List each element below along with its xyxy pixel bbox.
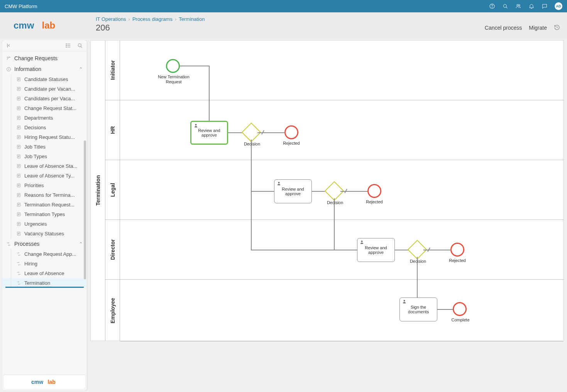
collapse-sidebar-icon[interactable] <box>6 42 12 49</box>
nav-information[interactable]: Information ⌃ <box>2 64 87 74</box>
nav-item-label: Departments <box>24 115 53 121</box>
nav-item-label: Decisions <box>24 125 46 130</box>
nav-change-requests[interactable]: Change Requests <box>2 53 87 64</box>
svg-point-11 <box>7 57 8 58</box>
lane-label-hr: HR <box>110 126 116 134</box>
rejected-label: Rejected <box>282 141 301 146</box>
nav-item[interactable]: Termination Types <box>2 210 87 219</box>
task-director-review[interactable]: Review and approve <box>357 238 395 262</box>
diagram-canvas[interactable]: Termination Initiator HR Legal Director … <box>90 40 564 341</box>
nav-item[interactable]: Change Request App... <box>2 249 87 259</box>
nav-label: Processes <box>14 241 76 247</box>
nav-item[interactable]: Decisions <box>2 123 87 132</box>
breadcrumb-0[interactable]: IT Operations <box>96 16 126 22</box>
decision-label: Decision <box>240 142 264 147</box>
svg-text:lab: lab <box>42 20 56 30</box>
nav-item[interactable]: Urgencies <box>2 219 87 229</box>
nav-item[interactable]: Reasons for Termina... <box>2 190 87 200</box>
end-rejected-legal[interactable] <box>367 184 381 198</box>
help-icon[interactable] <box>489 3 495 9</box>
nav-item[interactable]: Departments <box>2 113 87 123</box>
svg-point-35 <box>361 241 362 242</box>
nav-processes[interactable]: Processes ⌃ <box>2 238 87 249</box>
lane-label-director: Director <box>110 239 116 260</box>
nav-item-label: Reasons for Termina... <box>24 192 75 198</box>
breadcrumb-2[interactable]: Termination <box>179 16 205 22</box>
svg-point-7 <box>66 44 66 44</box>
logo: cmw lab <box>0 12 89 39</box>
nav-item[interactable]: Change Request Stat... <box>2 103 87 113</box>
rejected-label: Rejected <box>448 258 467 263</box>
nav-item[interactable]: Candidate Statuses <box>2 74 87 84</box>
nav-item[interactable]: Priorities <box>2 181 87 190</box>
history-icon[interactable] <box>554 24 560 32</box>
svg-text:lab: lab <box>47 379 55 385</box>
nav-item-label: Termination Request... <box>24 202 74 208</box>
svg-point-34 <box>278 182 279 183</box>
nav-item[interactable]: Candidates per Vaca... <box>2 94 87 103</box>
decision-label: Decision <box>323 200 347 205</box>
svg-point-1 <box>492 7 493 8</box>
chevron-up-icon: ⌃ <box>79 66 83 72</box>
migrate-button[interactable]: Migrate <box>529 25 547 31</box>
nav-item[interactable]: Job Types <box>2 152 87 161</box>
nav-item[interactable]: Candidate per Vacan... <box>2 84 87 94</box>
users-icon[interactable] <box>515 3 521 9</box>
nav-label: Information <box>14 66 76 72</box>
nav-item-label: Hiring Request Statu... <box>24 134 75 140</box>
nav-item-label: Candidates per Vaca... <box>24 96 75 101</box>
task-legal-review[interactable]: Review and approve <box>274 179 312 203</box>
breadcrumbs: IT Operations › Process diagrams › Termi… <box>96 16 560 22</box>
chat-icon[interactable] <box>542 3 548 9</box>
nav-item-label: Job Types <box>24 154 47 159</box>
task-sign-documents[interactable]: Sign the documents <box>399 297 437 321</box>
search-icon[interactable] <box>502 3 508 9</box>
sidebar: Change Requests Information ⌃ Candidate … <box>2 40 87 390</box>
lane-label-initiator: Initiator <box>110 60 116 80</box>
rejected-label: Rejected <box>365 199 384 204</box>
nav-item-label: Hiring <box>24 261 37 267</box>
end-rejected-hr[interactable] <box>284 125 298 139</box>
end-complete[interactable] <box>453 302 467 316</box>
nav-item[interactable]: Hiring Request Statu... <box>2 132 87 142</box>
nav-item[interactable]: Termination <box>2 278 87 288</box>
nav-item[interactable]: Termination Request... <box>2 200 87 210</box>
start-event[interactable] <box>166 59 180 73</box>
svg-text:cmw: cmw <box>31 379 43 385</box>
nav-label: Change Requests <box>14 55 83 61</box>
nav-item[interactable]: Hiring <box>2 259 87 269</box>
cancel-process-button[interactable]: Cancel process <box>485 25 522 31</box>
avatar[interactable]: AD <box>555 2 562 10</box>
nav-item-label: Termination <box>24 280 50 286</box>
svg-point-10 <box>78 44 81 47</box>
end-rejected-director[interactable] <box>450 243 464 257</box>
sidebar-search-icon[interactable] <box>77 42 83 49</box>
bell-icon[interactable] <box>528 3 535 9</box>
breadcrumb-1[interactable]: Process diagrams <box>132 16 173 22</box>
nav-item[interactable]: Vacancy Statuses <box>2 229 87 238</box>
svg-point-4 <box>519 5 520 6</box>
start-label: New Termination Request <box>154 74 193 84</box>
nav-item-label: Urgencies <box>24 221 47 227</box>
list-view-icon[interactable] <box>65 42 71 49</box>
svg-point-2 <box>503 4 506 7</box>
svg-text:cmw: cmw <box>14 20 34 30</box>
nav-item-label: Termination Types <box>24 211 65 217</box>
pool-label: Termination <box>95 175 101 206</box>
app-title: CMW Platform <box>5 3 37 9</box>
nav-item[interactable]: Job Titles <box>2 142 87 152</box>
task-hr-review[interactable]: Review and approve <box>190 121 228 145</box>
complete-label: Complete <box>449 318 472 323</box>
nav-item-label: Change Request App... <box>24 251 76 257</box>
lane-label-legal: Legal <box>110 183 116 197</box>
scrollbar[interactable] <box>84 140 86 279</box>
nav-item[interactable]: Leave of Absence Ty... <box>2 171 87 181</box>
lane-label-employee: Employee <box>110 298 116 323</box>
task-label: Review and approve <box>359 245 393 255</box>
task-label: Sign the documents <box>401 305 435 314</box>
decision-label: Decision <box>406 259 430 264</box>
nav-item-label: Job Titles <box>24 144 46 150</box>
nav-item[interactable]: Leave of Absence Sta... <box>2 161 87 171</box>
nav-item[interactable]: Leave of Absence <box>2 269 87 278</box>
header: cmw lab IT Operations › Process diagrams… <box>0 12 567 39</box>
